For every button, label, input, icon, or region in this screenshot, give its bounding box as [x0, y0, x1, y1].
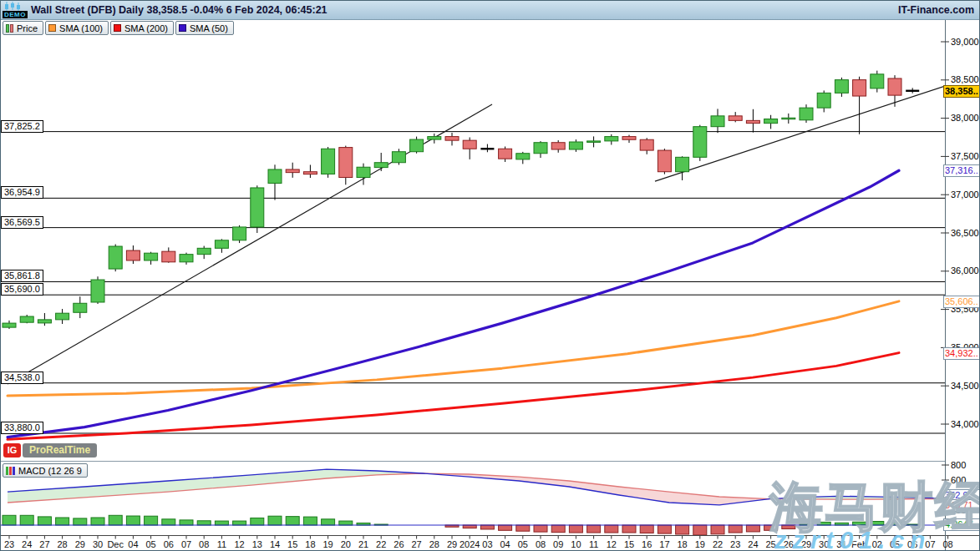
legend-chip-sma200[interactable]: SMA (200) — [110, 21, 174, 35]
price-tick-34,500: 34,500 — [951, 381, 979, 391]
indicator-legend: Price SMA (100) SMA (200) SMA (50) — [3, 21, 234, 35]
x-label-6: Dec — [107, 539, 124, 549]
x-label-38: 18 — [677, 539, 687, 549]
x-label-44: 26 — [784, 539, 794, 549]
x-label-35: 15 — [624, 539, 634, 549]
level-label-2: 36,569.5 — [1, 216, 43, 229]
x-label-0: 23 — [4, 539, 14, 549]
x-label-1: 24 — [22, 539, 32, 549]
x-label-10: 07 — [181, 539, 191, 549]
x-label-32: 10 — [571, 539, 581, 549]
price-tick-37,500: 37,500 — [951, 151, 979, 161]
sma200-swatch-icon — [114, 24, 121, 32]
x-label-5: 30 — [93, 539, 103, 549]
legend-label: SMA (50) — [190, 23, 228, 33]
x-label-12: 11 — [217, 539, 226, 549]
x-label-13: 12 — [234, 539, 244, 549]
prorealtime-badge[interactable]: IG ProRealTime — [3, 443, 97, 457]
x-label-33: 11 — [589, 539, 598, 549]
x-label-39: 19 — [695, 539, 705, 549]
x-label-31: 09 — [553, 539, 563, 549]
x-label-41: 23 — [730, 539, 740, 549]
price-box-1: 37,316.. — [943, 164, 980, 177]
legend-chip-price[interactable]: Price — [3, 21, 43, 35]
price-tick-34,000: 34,000 — [951, 419, 979, 429]
price-candles-icon — [6, 24, 13, 33]
x-label-25: 29 — [447, 539, 457, 549]
macd-box-2: 4.2647 — [943, 518, 980, 531]
x-label-42: 24 — [748, 539, 758, 549]
x-label-43: 25 — [765, 539, 775, 549]
macd-tick-600: 600 — [951, 475, 966, 485]
x-label-46: 30 — [819, 539, 829, 549]
brand-link[interactable]: IT-Finance.com — [898, 4, 974, 16]
x-label-50: 05 — [890, 539, 900, 549]
level-label-0: 37,825.2 — [1, 120, 43, 133]
legend-chip-sma50[interactable]: SMA (50) — [175, 21, 234, 35]
demo-badge: DEMO — [1, 1, 26, 19]
x-label-3: 28 — [57, 539, 67, 549]
x-label-45: 29 — [801, 539, 811, 549]
x-label-27: 03 — [482, 539, 492, 549]
price-box-3: 34,932.. — [943, 347, 980, 360]
price-tick-38,500: 38,500 — [951, 74, 979, 84]
x-label-14: 13 — [252, 539, 262, 549]
x-label-11: 08 — [199, 539, 209, 549]
level-label-5: 34,538.0 — [1, 372, 43, 384]
x-label-16: 15 — [287, 539, 297, 549]
x-label-23: 27 — [411, 539, 421, 549]
x-label-51: 06 — [907, 539, 917, 549]
x-label-37: 17 — [659, 539, 669, 549]
price-tick-38,000: 38,000 — [951, 113, 979, 123]
x-label-18: 19 — [322, 539, 333, 549]
sma100-swatch-icon — [48, 24, 56, 32]
sma50-swatch-icon — [179, 24, 186, 32]
x-label-28: 04 — [500, 539, 510, 549]
legend-label: MACD (12 26 9 — [18, 466, 82, 476]
x-label-15: 14 — [270, 539, 280, 549]
x-label-29: 05 — [518, 539, 528, 549]
x-label-53: 08 — [942, 539, 952, 549]
x-label-9: 06 — [164, 539, 174, 549]
x-label-4: 29 — [75, 539, 85, 549]
x-label-49: 02 — [872, 539, 882, 549]
x-label-17: 18 — [305, 539, 315, 549]
x-label-40: 22 — [713, 539, 723, 549]
level-label-4: 35,690.0 — [1, 283, 43, 296]
x-label-34: 12 — [607, 539, 617, 549]
level-label-6: 33,880.0 — [1, 422, 43, 434]
x-label-47: 31 — [836, 539, 846, 549]
prorealtime-label: ProRealTime — [23, 443, 97, 457]
legend-chip-sma100[interactable]: SMA (100) — [45, 21, 109, 35]
macd-tick-800: 800 — [951, 460, 966, 470]
x-label-24: 28 — [429, 539, 439, 549]
legend-label: SMA (100) — [59, 23, 103, 33]
x-label-30: 08 — [536, 539, 546, 549]
chart-title: Wall Street (DFB) Daily 38,358.5 -0.04% … — [31, 4, 328, 16]
price-box-0: 38,358.. — [943, 85, 980, 98]
x-label-36: 16 — [642, 539, 652, 549]
level-label-3: 35,861.8 — [1, 270, 43, 282]
x-label-21: 22 — [376, 539, 386, 549]
price-tick-36,500: 36,500 — [951, 228, 979, 238]
demo-label: DEMO — [3, 11, 28, 18]
macd-bars-icon — [6, 467, 15, 475]
price-tick-37,000: 37,000 — [951, 190, 979, 200]
ig-logo: IG — [3, 443, 21, 457]
chart-window: DEMO Wall Street (DFB) Daily 38,358.5 -0… — [0, 0, 980, 551]
level-label-1: 36,954.9 — [1, 186, 43, 199]
x-label-48: Feb — [851, 539, 867, 549]
x-label-52: 07 — [925, 539, 935, 549]
x-label-26: 2024 — [460, 539, 480, 549]
legend-label: Price — [17, 23, 38, 33]
price-box-2: 35,606.. — [943, 296, 980, 308]
x-label-19: 20 — [341, 539, 351, 549]
x-label-20: 21 — [358, 539, 368, 549]
macd-box-1: 348.71 — [943, 499, 980, 512]
price-tick-36,000: 36,000 — [951, 265, 979, 276]
x-label-7: 04 — [128, 539, 138, 549]
chart-canvas[interactable] — [1, 1, 980, 551]
price-tick-39,000: 39,000 — [951, 37, 979, 47]
legend-label: SMA (200) — [124, 23, 168, 33]
legend-chip-macd[interactable]: MACD (12 26 9 — [3, 463, 88, 478]
